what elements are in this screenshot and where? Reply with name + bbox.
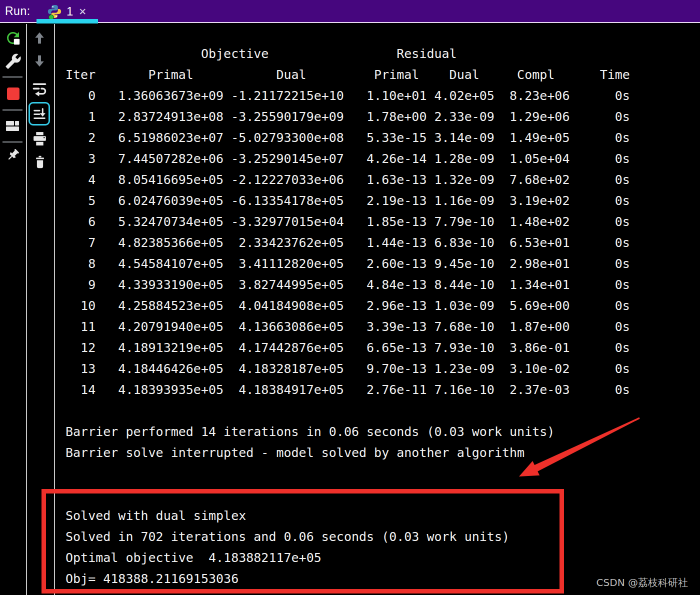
print-button[interactable]: [31, 130, 48, 147]
toolbar-divider: [2, 142, 22, 142]
console-area: Objective ResidualIter Primal Dual Prima…: [55, 24, 700, 595]
scroll-up-button[interactable]: [32, 30, 47, 46]
console-line: [66, 464, 700, 484]
clear-console-button[interactable]: [33, 153, 47, 171]
console-line: Iter Primal Dual Primal Dual Compl Time: [66, 64, 700, 86]
scroll-to-end-icon: [32, 106, 48, 122]
vertical-divider: [26, 24, 27, 595]
soft-wrap-button[interactable]: [30, 78, 49, 98]
pin-button[interactable]: [4, 147, 22, 166]
console-output: Objective ResidualIter Primal Dual Prima…: [66, 44, 700, 590]
console-line: 13 4.18446426e+05 4.18328187e+05 9.70e-1…: [66, 358, 700, 380]
close-icon: ✕: [78, 6, 86, 17]
down-arrow-icon: [32, 54, 47, 68]
console-line: [66, 400, 700, 422]
scroll-down-button[interactable]: [32, 53, 47, 69]
up-arrow-icon: [32, 30, 47, 46]
console-line: 8 4.54584107e+05 3.41112820e+05 2.60e-13…: [66, 254, 700, 274]
console-line: Objective Residual: [66, 44, 700, 64]
console-line: 5 6.02476039e+05 -6.13354178e+05 2.19e-1…: [66, 190, 700, 212]
console-line: 1 2.83724913e+08 -3.25590179e+09 1.78e+0…: [66, 106, 700, 128]
python-icon: [47, 4, 62, 19]
run-tab-bar: Run: 1 ✕: [0, 0, 700, 23]
toolbar-divider: [2, 110, 22, 110]
scroll-to-end-button[interactable]: [28, 102, 50, 126]
console-line: Barrier solve interrupted - model solved…: [66, 442, 700, 464]
console-line: 12 4.18913219e+05 4.17442876e+05 6.65e-1…: [66, 338, 700, 358]
console-line: 2 6.51986023e+07 -5.02793300e+08 5.33e-1…: [66, 128, 700, 148]
console-line: 0 1.36063673e+09 -1.21172215e+10 1.10e+0…: [66, 86, 700, 106]
rerun-button[interactable]: [4, 29, 22, 47]
console-line: 9 4.33933190e+05 3.82744995e+05 4.84e-13…: [66, 274, 700, 296]
console-line: Optimal objective 4.183882117e+05: [66, 548, 700, 568]
active-tab-underline: [36, 19, 98, 24]
tab-label: 1: [66, 4, 73, 18]
console-line: 6 5.32470734e+05 -3.32977015e+04 1.85e-1…: [66, 212, 700, 232]
console-line: Barrier performed 14 iterations in 0.06 …: [66, 422, 700, 442]
watermark: CSDN @荔枝科研社: [596, 576, 688, 590]
layout-icon: [6, 120, 20, 132]
print-icon: [32, 130, 48, 147]
run-tool-window: Run: 1 ✕: [0, 0, 700, 595]
stop-button[interactable]: [6, 87, 20, 100]
console-line: [66, 484, 700, 506]
trash-icon: [33, 154, 47, 170]
settings-button[interactable]: [4, 52, 22, 70]
tab-close-button[interactable]: ✕: [78, 7, 88, 16]
console-line: Solved with dual simplex: [66, 506, 700, 526]
pin-icon: [4, 148, 22, 166]
console-line: 4 8.05416695e+05 -2.12227033e+06 1.63e-1…: [66, 170, 700, 190]
wrench-icon: [5, 53, 22, 70]
console-line: 14 4.18393935e+05 4.18384917e+05 2.76e-1…: [66, 380, 700, 400]
console-line: 7 4.82385366e+05 2.33423762e+05 1.44e-13…: [66, 232, 700, 254]
run-label: Run:: [5, 4, 30, 18]
console-line: Solved in 702 iterations and 0.06 second…: [66, 526, 700, 548]
soft-wrap-icon: [30, 79, 48, 97]
toolbar-divider: [2, 76, 22, 78]
tab-1[interactable]: 1 ✕: [47, 2, 88, 22]
rerun-icon: [4, 29, 22, 47]
layout-button[interactable]: [5, 120, 20, 132]
console-line: 3 7.44507282e+06 -3.25290145e+07 4.26e-1…: [66, 148, 700, 170]
console-line: 11 4.20791940e+05 4.13663086e+05 3.39e-1…: [66, 316, 700, 338]
stop-icon: [7, 88, 20, 100]
console-line: 10 4.25884523e+05 4.04184908e+05 2.96e-1…: [66, 296, 700, 316]
